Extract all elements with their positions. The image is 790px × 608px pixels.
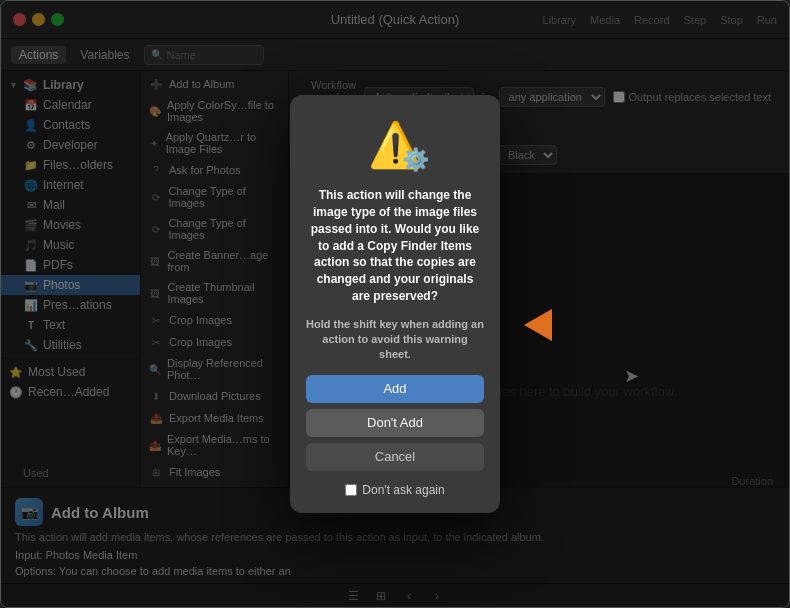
arrow-indicator: [524, 309, 552, 341]
dont-ask-checkbox[interactable]: [345, 484, 357, 496]
dialog-buttons: Add Don't Add Cancel: [306, 375, 484, 471]
add-button[interactable]: Add: [306, 375, 484, 403]
dialog-hint: Hold the shift key when adding an action…: [306, 317, 484, 363]
cancel-button[interactable]: Cancel: [306, 443, 484, 471]
dont-ask-label: Don't ask again: [362, 483, 444, 497]
dont-ask-area: Don't ask again: [345, 483, 444, 497]
dont-add-button[interactable]: Don't Add: [306, 409, 484, 437]
dialog-overlay: ⚠️ ⚙️ This action will change the image …: [1, 1, 789, 607]
warning-dialog: ⚠️ ⚙️ This action will change the image …: [290, 95, 500, 513]
gear-badge-icon: ⚙️: [402, 147, 429, 173]
dialog-title: This action will change the image type o…: [306, 187, 484, 305]
dialog-icon-area: ⚠️ ⚙️: [365, 115, 425, 175]
dialog-container: ⚠️ ⚙️ This action will change the image …: [290, 95, 500, 513]
arrow-shape: [524, 309, 552, 341]
app-window: Untitled (Quick Action) Library Media Re…: [0, 0, 790, 608]
